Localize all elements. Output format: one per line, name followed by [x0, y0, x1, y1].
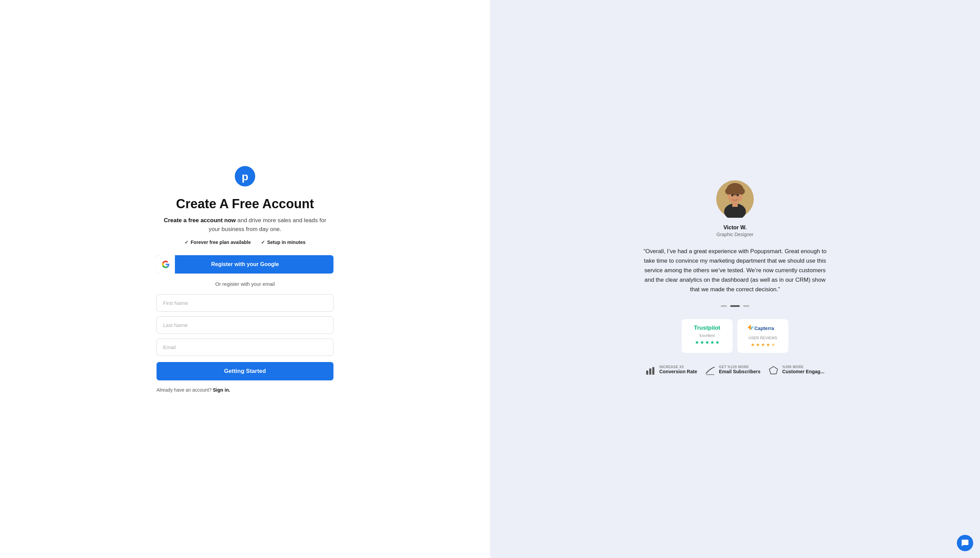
svg-marker-20	[769, 366, 778, 374]
google-icon-box	[156, 255, 175, 274]
check-icon-1: ✓	[184, 240, 189, 245]
subscribers-icon	[706, 366, 715, 377]
svg-point-12	[731, 194, 733, 196]
trustpilot-sub: Excellent	[699, 333, 715, 338]
star-4: ★	[710, 340, 714, 345]
chat-icon	[961, 539, 969, 547]
testimonial-section: Victor W. Graphic Designer “Overall, I’v…	[640, 181, 830, 377]
cstar-2: ★	[756, 342, 760, 347]
feature-2-label: Setup in minutes	[267, 240, 305, 245]
google-icon	[162, 260, 170, 268]
stat-2-text: GET %120 MORE Email Subscribers	[719, 365, 760, 374]
stat-3: %390 MORE Customer Engag...	[769, 365, 824, 377]
stat-2-value: Email Subscribers	[719, 369, 760, 374]
svg-rect-11	[732, 202, 738, 207]
stat-3-label: %390 MORE	[782, 365, 824, 369]
left-panel: p Create A Free Account Create a free ac…	[0, 0, 490, 558]
subtitle-bold: Create a free account now	[164, 217, 236, 223]
svg-rect-17	[646, 371, 648, 374]
cstar-1: ★	[751, 342, 755, 347]
avatar	[716, 181, 754, 218]
first-name-input[interactable]	[156, 294, 333, 312]
stat-1-value: Conversion Rate	[659, 369, 697, 374]
testimonial-quote: “Overall, I’ve had a great experience wi…	[640, 247, 830, 294]
trustpilot-badge: Trustpilot Excellent ★ ★ ★ ★ ★	[681, 319, 733, 353]
first-name-group	[156, 294, 333, 312]
dot-1[interactable]	[721, 305, 727, 307]
capterra-stars: ★ ★ ★ ★ ★	[751, 342, 775, 347]
svg-rect-19	[652, 367, 654, 374]
slider-dots	[721, 305, 749, 307]
feature-2: ✓ Setup in minutes	[261, 240, 305, 245]
email-input[interactable]	[156, 338, 333, 356]
svg-text:Capterra: Capterra	[754, 326, 774, 331]
star-2: ★	[700, 340, 704, 345]
stat-1-text: INCREASE X3 Conversion Rate	[659, 365, 697, 374]
stat-2: GET %120 MORE Email Subscribers	[706, 365, 760, 377]
cstar-3: ★	[761, 342, 765, 347]
divider-label: Or register with your email	[215, 281, 274, 287]
reviewer-role: Graphic Designer	[717, 232, 754, 237]
svg-text:p: p	[241, 171, 248, 183]
trustpilot-stars: ★ ★ ★ ★ ★	[695, 340, 720, 345]
capterra-icon: Capterra	[748, 325, 778, 332]
getting-started-button[interactable]: Getting Started	[156, 362, 333, 381]
page-subtitle: Create a free account now and drive more…	[163, 216, 327, 233]
email-group	[156, 338, 333, 356]
capterra-badge: Capterra USER REVIEWS ★ ★ ★ ★ ★	[737, 319, 788, 353]
avatar-container	[716, 181, 754, 219]
capterra-label: Capterra	[748, 325, 778, 334]
chat-bubble-button[interactable]	[957, 535, 973, 551]
check-icon-2: ✓	[261, 240, 265, 245]
logo-container: p	[234, 165, 256, 189]
badges-row: Trustpilot Excellent ★ ★ ★ ★ ★ Capterra	[681, 319, 788, 353]
star-5: ★	[715, 340, 720, 345]
right-panel: Victor W. Graphic Designer “Overall, I’v…	[490, 0, 980, 558]
dot-2[interactable]	[730, 305, 740, 307]
google-register-button[interactable]: Register with your Google	[156, 255, 333, 274]
features-row: ✓ Forever free plan available ✓ Setup in…	[184, 240, 305, 245]
dot-3[interactable]	[743, 305, 749, 307]
conversion-icon	[645, 366, 655, 377]
trustpilot-label: Trustpilot	[694, 325, 720, 332]
last-name-group	[156, 317, 333, 334]
reviewer-name: Victor W.	[724, 225, 747, 231]
stat-3-value: Customer Engag...	[782, 369, 824, 374]
feature-1: ✓ Forever free plan available	[184, 240, 251, 245]
signin-text: Already have an account?	[156, 387, 212, 393]
getting-started-label: Getting Started	[224, 368, 266, 374]
star-1: ★	[695, 340, 699, 345]
logo-icon: p	[234, 165, 256, 187]
stat-1: INCREASE X3 Conversion Rate	[645, 365, 697, 377]
svg-rect-18	[649, 368, 651, 374]
engagement-icon	[769, 366, 778, 377]
svg-point-9	[737, 185, 743, 192]
star-3: ★	[705, 340, 709, 345]
signin-row: Already have an account? Sign in.	[156, 387, 333, 393]
svg-marker-15	[748, 325, 751, 330]
capterra-sub: USER REVIEWS	[749, 336, 777, 340]
stat-1-label: INCREASE X3	[659, 365, 697, 369]
stats-row: INCREASE X3 Conversion Rate GET %120 MOR…	[645, 365, 824, 377]
page-title: Create A Free Account	[176, 197, 314, 212]
google-btn-label: Register with your Google	[175, 261, 333, 268]
svg-marker-16	[751, 326, 754, 330]
cstar-4: ★	[766, 342, 770, 347]
svg-point-13	[737, 194, 739, 196]
stat-2-label: GET %120 MORE	[719, 365, 760, 369]
last-name-input[interactable]	[156, 317, 333, 334]
stat-3-text: %390 MORE Customer Engag...	[782, 365, 824, 374]
feature-1-label: Forever free plan available	[190, 240, 251, 245]
signin-link[interactable]: Sign in.	[213, 387, 230, 393]
cstar-5: ★	[771, 342, 775, 347]
